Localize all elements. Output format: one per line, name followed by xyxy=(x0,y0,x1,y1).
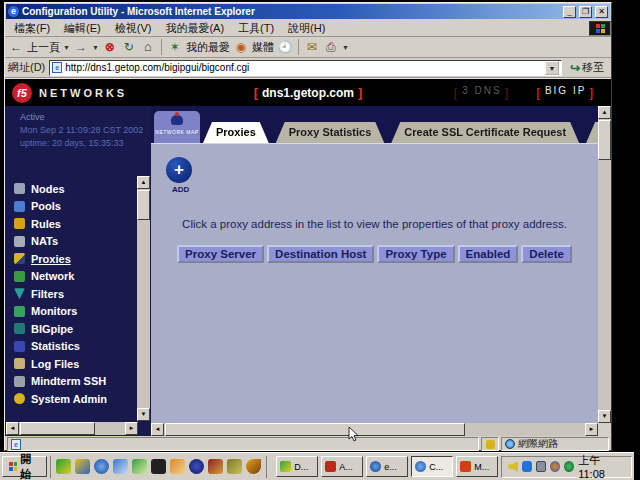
sidebar-item-bigpipe[interactable]: BIGpipe xyxy=(14,320,107,338)
mail-icon[interactable]: ✉ xyxy=(304,39,320,55)
messenger-icon[interactable] xyxy=(522,461,532,472)
scrollbar-thumb[interactable] xyxy=(137,190,150,220)
favorites-icon[interactable]: ✶ xyxy=(167,39,183,55)
nats-icon xyxy=(14,236,25,247)
scrollbar-thumb[interactable] xyxy=(165,423,465,436)
display-icon[interactable] xyxy=(536,461,546,472)
quick-launch-icon[interactable] xyxy=(246,459,261,474)
main-vertical-scrollbar[interactable]: ▲ ▼ xyxy=(598,106,611,423)
sidebar-item-monitors[interactable]: Monitors xyxy=(14,303,107,321)
forward-icon[interactable]: → xyxy=(73,39,89,55)
refresh-icon[interactable]: ↻ xyxy=(121,39,137,55)
scroll-left-icon[interactable]: ◄ xyxy=(6,422,19,435)
url-text[interactable]: http://dns1.getop.com/bigipgui/bigconf.c… xyxy=(65,62,542,73)
quick-launch-icon[interactable] xyxy=(208,459,223,474)
task-button-5[interactable]: M... xyxy=(456,456,498,477)
start-button[interactable]: 開始 xyxy=(2,456,47,477)
quick-launch-icon[interactable] xyxy=(227,459,242,474)
scrollbar-thumb[interactable] xyxy=(598,120,611,160)
stop-icon[interactable]: ⊗ xyxy=(102,39,118,55)
quick-launch-bar xyxy=(50,456,267,478)
task-button-3[interactable]: e... xyxy=(366,456,408,477)
link-bigip[interactable]: [ BIG IP ] xyxy=(536,85,595,100)
media-label[interactable]: 媒體 xyxy=(252,40,274,55)
scroll-up-icon[interactable]: ▲ xyxy=(598,106,611,119)
back-dropdown-icon[interactable]: ▼ xyxy=(63,44,70,51)
sidebar-vertical-scrollbar[interactable]: ▲ ▼ xyxy=(137,176,150,421)
media-icon[interactable]: ◉ xyxy=(233,39,249,55)
sidebar-item-rules[interactable]: Rules xyxy=(14,215,107,233)
quick-launch-icon[interactable] xyxy=(113,459,128,474)
toolbar-more-icon[interactable]: ▼ xyxy=(342,44,349,51)
title-bar[interactable]: e Configuration Utility - Microsoft Inte… xyxy=(6,4,610,19)
scroll-right-icon[interactable]: ► xyxy=(125,422,138,435)
tab-proxy-statistics[interactable]: Proxy Statistics xyxy=(276,122,385,143)
sidebar-item-pools[interactable]: Pools xyxy=(14,198,107,216)
scroll-right-icon[interactable]: ► xyxy=(585,423,598,436)
scrollbar-thumb[interactable] xyxy=(20,422,95,435)
update-icon[interactable] xyxy=(550,461,560,472)
tray-clock[interactable]: 上午 11:08 xyxy=(578,453,625,480)
menu-edit[interactable]: 編輯(E) xyxy=(57,20,108,37)
internet-zone-panel: 網際網路 xyxy=(501,437,609,451)
quick-launch-icon[interactable] xyxy=(132,459,147,474)
menu-help[interactable]: 說明(H) xyxy=(281,20,332,37)
scroll-up-icon[interactable]: ▲ xyxy=(137,176,150,189)
favorites-label[interactable]: 我的最愛 xyxy=(186,40,230,55)
quick-launch-icon[interactable] xyxy=(94,459,109,474)
tab-proxies[interactable]: Proxies xyxy=(203,122,269,143)
quick-launch-icon[interactable] xyxy=(189,459,204,474)
menu-view[interactable]: 檢視(V) xyxy=(108,20,159,37)
sidebar-item-mindterm-ssh[interactable]: Mindterm SSH xyxy=(14,373,107,391)
scroll-left-icon[interactable]: ◄ xyxy=(151,423,164,436)
sidebar-item-nodes[interactable]: Nodes xyxy=(14,180,107,198)
sidebar-item-log-files[interactable]: Log Files xyxy=(14,355,107,373)
sidebar-item-filters[interactable]: Filters xyxy=(14,285,107,303)
sidebar-item-system-admin[interactable]: System Admin xyxy=(14,390,107,408)
sidebar-horizontal-scrollbar[interactable]: ◄ ► xyxy=(6,422,138,435)
address-input[interactable]: e http://dns1.getop.com/bigipgui/bigconf… xyxy=(49,60,562,76)
column-proxy-server[interactable]: Proxy Server xyxy=(177,245,264,263)
quick-launch-icon[interactable] xyxy=(170,459,185,474)
address-dropdown-icon[interactable]: ▼ xyxy=(545,61,559,75)
task-button-1[interactable]: D... xyxy=(276,456,318,477)
column-proxy-type[interactable]: Proxy Type xyxy=(377,245,454,263)
menu-favorites[interactable]: 我的最愛(A) xyxy=(158,20,231,37)
quick-launch-icon[interactable] xyxy=(75,459,90,474)
sidebar-item-nats[interactable]: NATs xyxy=(14,233,107,251)
ie-throbber xyxy=(589,21,611,36)
network-map-button[interactable]: NETWORK MAP xyxy=(154,111,200,143)
home-icon[interactable]: ⌂ xyxy=(140,39,156,55)
sidebar-item-statistics[interactable]: Statistics xyxy=(14,338,107,356)
minimize-button[interactable]: _ xyxy=(563,6,576,18)
history-icon[interactable]: 🕘 xyxy=(277,39,293,55)
sidebar-item-proxies[interactable]: Proxies xyxy=(14,250,107,268)
main-horizontal-scrollbar[interactable]: ◄ ► xyxy=(151,423,598,436)
quick-launch-icon[interactable] xyxy=(56,459,71,474)
go-button[interactable]: ↪ 移至 xyxy=(566,59,608,76)
task-button-configuration-utility[interactable]: C... xyxy=(411,456,453,477)
menu-tools[interactable]: 工具(T) xyxy=(231,20,281,37)
antivirus-icon[interactable] xyxy=(564,461,574,472)
column-delete[interactable]: Delete xyxy=(521,245,572,263)
tab-install-ssl-certificate[interactable]: Install SSL Certif xyxy=(586,122,598,143)
tab-create-ssl-certificate-request[interactable]: Create SSL Certificate Request xyxy=(391,122,579,143)
ie-icon: e xyxy=(8,6,19,17)
add-button[interactable]: + xyxy=(166,157,192,183)
scroll-down-icon[interactable]: ▼ xyxy=(598,410,611,423)
quick-launch-icon[interactable] xyxy=(151,459,166,474)
forward-dropdown-icon[interactable]: ▼ xyxy=(92,44,99,51)
column-enabled[interactable]: Enabled xyxy=(458,245,519,263)
back-icon[interactable]: ← xyxy=(8,39,24,55)
restore-button[interactable]: ❐ xyxy=(579,6,592,18)
volume-icon[interactable] xyxy=(508,461,518,472)
sidebar-item-network[interactable]: Network xyxy=(14,268,107,286)
back-label[interactable]: 上一頁 xyxy=(27,40,60,55)
menu-file[interactable]: 檔案(F) xyxy=(7,20,57,37)
column-destination-host[interactable]: Destination Host xyxy=(267,245,374,263)
scroll-down-icon[interactable]: ▼ xyxy=(137,408,150,421)
close-button[interactable]: ✕ xyxy=(595,6,608,18)
task-button-2[interactable]: A... xyxy=(321,456,363,477)
print-icon[interactable]: ⎙ xyxy=(323,39,339,55)
link-3dns[interactable]: [ 3 DNS ] xyxy=(454,85,511,100)
